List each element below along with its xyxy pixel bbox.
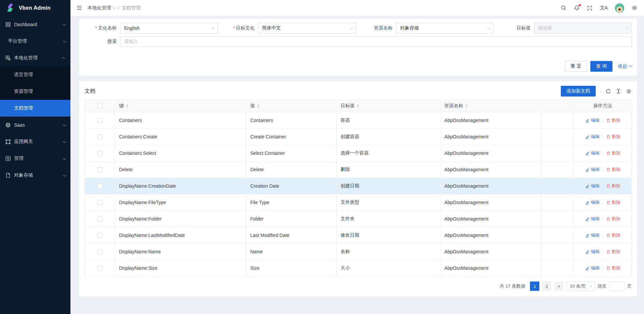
trash-icon (606, 118, 610, 123)
page-jump-input[interactable] (609, 281, 625, 291)
cell-resource: AbpOssManagement (440, 260, 541, 276)
sidebar-item-object-storage[interactable]: 对象存储 (0, 167, 70, 184)
sidebar-item-platform[interactable]: 平台管理 (0, 33, 70, 50)
table-row[interactable]: Containers:Select Select Container 选择一个容… (85, 145, 632, 162)
sort-icon[interactable] (126, 104, 128, 108)
add-document-button[interactable]: 添加新文档 (561, 86, 596, 97)
main-area: 本地化管理 / 文档管理 (70, 0, 644, 314)
reset-button[interactable]: 重 置 (565, 61, 587, 72)
row-checkbox[interactable] (97, 118, 102, 123)
sidebar-item-label: 管理 (14, 155, 63, 162)
table-row[interactable]: DisplayName:Folder Folder 文件夹 AbpOssMana… (85, 211, 632, 227)
row-checkbox[interactable] (97, 200, 102, 205)
search-placeholder: 请输入 (124, 39, 138, 45)
delete-button[interactable]: 删除 (606, 167, 621, 173)
sidebar-item-dashboard[interactable]: Dashboard (0, 16, 70, 33)
edit-button[interactable]: 编辑 (585, 134, 600, 140)
fullscreen-icon[interactable] (587, 5, 592, 11)
search-input[interactable]: 请输入 (120, 36, 632, 47)
table-row[interactable]: DisplayName:CreationDate Creation Date 创… (85, 178, 632, 194)
target-culture-select[interactable]: 简体中文 (258, 23, 356, 34)
sidebar-item-language-management[interactable]: 语言管理 (0, 66, 70, 83)
delete-button[interactable]: 删除 (606, 117, 621, 123)
row-checkbox[interactable] (97, 184, 102, 189)
table-row[interactable]: Containers Containers 容器 AbpOssManagemen… (85, 112, 632, 129)
next-page-button[interactable]: > (554, 281, 564, 291)
sidebar-item-label: 语言管理 (14, 72, 65, 78)
bell-icon[interactable] (574, 5, 580, 11)
page-button-2[interactable]: 2 (542, 281, 551, 291)
edit-button[interactable]: 编辑 (585, 199, 600, 205)
chevron-down-icon (113, 6, 116, 9)
table-settings-gear-icon[interactable] (626, 88, 632, 94)
sort-icon[interactable] (357, 104, 359, 108)
sidebar-item-management[interactable]: 管理 (0, 150, 70, 167)
delete-button[interactable]: 删除 (606, 216, 621, 222)
delete-button[interactable]: 删除 (606, 134, 621, 140)
row-height-icon[interactable] (616, 88, 621, 94)
table-row[interactable]: DisplayName:Name Name 名称 AbpOssManagemen… (85, 244, 632, 260)
collapse-filter-link[interactable]: 收起 (618, 63, 632, 69)
page-button-1[interactable]: 1 (530, 281, 539, 291)
delete-button[interactable]: 删除 (606, 249, 621, 255)
edit-button[interactable]: 编辑 (585, 183, 600, 189)
sidebar-item-resource-management[interactable]: 资源管理 (0, 83, 70, 100)
avatar[interactable] (615, 3, 624, 13)
translate-icon[interactable]: 文A (600, 5, 607, 11)
cell-value: Folder (246, 211, 336, 227)
edit-button[interactable]: 编辑 (585, 167, 600, 173)
breadcrumb-item-localization[interactable]: 本地化管理 (88, 5, 115, 11)
resource-name-select[interactable]: 对象存储 (396, 23, 494, 34)
delete-button[interactable]: 删除 (606, 265, 621, 271)
target-value-select[interactable]: 请选择 (534, 23, 632, 34)
delete-button[interactable]: 删除 (606, 199, 621, 205)
culture-name-label: 文化名称 (85, 25, 117, 31)
row-checkbox[interactable] (97, 134, 102, 139)
edit-button[interactable]: 编辑 (585, 265, 600, 271)
cell-resource: AbpOssManagement (440, 112, 541, 129)
table-row[interactable]: Containers:Create Create Container 创建容器 … (85, 129, 632, 145)
cell-key: DisplayName:LastModifiedDate (115, 227, 246, 244)
search-icon[interactable] (561, 5, 567, 11)
table-row[interactable]: DisplayName:LastModifiedDate Last Modifi… (85, 227, 632, 244)
sidebar-item-saas[interactable]: Saas (0, 117, 70, 133)
edit-button[interactable]: 编辑 (585, 117, 600, 123)
cell-value: Size (246, 260, 336, 276)
table-row[interactable]: Delete Delete 删除 AbpOssManagement (85, 162, 632, 178)
sidebar-item-document-management[interactable]: 文档管理 (0, 100, 70, 117)
edit-button[interactable]: 编辑 (585, 150, 600, 156)
row-checkbox[interactable] (97, 167, 102, 172)
sidebar-item-localization[interactable]: 本地化管理 (0, 50, 70, 66)
cell-key: DisplayName:Folder (115, 211, 246, 227)
row-checkbox[interactable] (97, 266, 102, 271)
trash-icon (606, 184, 610, 188)
row-checkbox[interactable] (97, 151, 102, 156)
brand-logo[interactable]: Vben Admin (0, 0, 70, 16)
culture-name-select[interactable]: English (120, 23, 218, 34)
chevron-down-icon (211, 26, 215, 29)
sidebar-collapse-icon[interactable] (76, 5, 82, 11)
sort-icon[interactable] (466, 104, 468, 108)
edit-button[interactable]: 编辑 (585, 249, 600, 255)
delete-button[interactable]: 删除 (606, 150, 621, 156)
cell-spare (541, 112, 574, 129)
cell-key: Containers:Create (115, 129, 246, 145)
row-checkbox[interactable] (97, 233, 102, 238)
edit-button[interactable]: 编辑 (585, 216, 600, 222)
page-size-select[interactable]: 10 条/页 (566, 281, 595, 291)
delete-button[interactable]: 删除 (606, 183, 621, 189)
table-row[interactable]: DisplayName:FileType File Type 文件类型 AbpO… (85, 194, 632, 211)
jump-suffix-label: 页 (627, 283, 632, 289)
gear-icon[interactable] (632, 5, 637, 11)
edit-button[interactable]: 编辑 (585, 232, 600, 238)
sidebar-item-gateway[interactable]: 应用网关 (0, 133, 70, 150)
refresh-icon[interactable] (605, 88, 611, 94)
row-checkbox[interactable] (97, 249, 102, 254)
sort-icon[interactable] (257, 104, 259, 108)
delete-button[interactable]: 删除 (606, 232, 621, 238)
table-row[interactable]: DisplayName:Size Size 大小 AbpOssManagemen… (85, 260, 632, 276)
select-all-checkbox[interactable] (97, 103, 102, 108)
row-checkbox[interactable] (97, 216, 102, 222)
query-button[interactable]: 查 询 (590, 61, 612, 72)
delete-label: 删除 (612, 249, 621, 255)
